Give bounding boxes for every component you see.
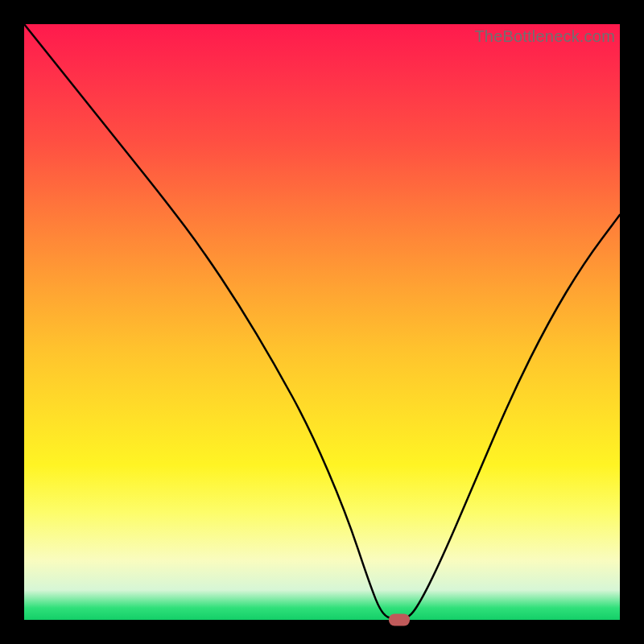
plot-area: TheBottleneck.com	[24, 24, 620, 620]
curve-path	[24, 24, 620, 620]
chart-frame: TheBottleneck.com	[0, 0, 644, 644]
bottleneck-curve	[24, 24, 620, 620]
optimal-marker	[389, 614, 410, 626]
